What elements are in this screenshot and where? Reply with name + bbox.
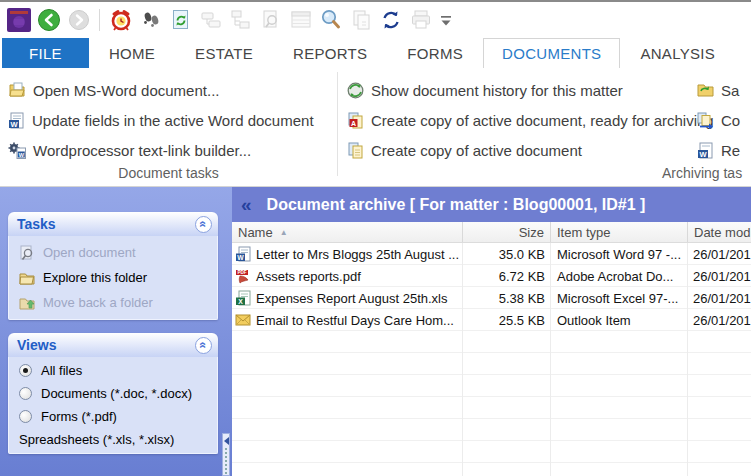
radio-selected-icon[interactable] bbox=[19, 364, 32, 377]
chevron-up-icon: « bbox=[198, 342, 210, 349]
table-row[interactable]: Email to Restful Days Care Hom... 25.5 K… bbox=[232, 309, 751, 331]
table-row[interactable]: X Expenses Report August 25th.xls 5.38 K… bbox=[232, 287, 751, 309]
column-label: Item type bbox=[557, 225, 610, 240]
radio-icon[interactable] bbox=[19, 410, 32, 423]
column-header-date-modified[interactable]: Date mod bbox=[688, 222, 751, 242]
tab-analysis[interactable]: ANALYSIS bbox=[620, 38, 735, 68]
back-button[interactable] bbox=[36, 7, 61, 33]
file-size: 5.38 KB bbox=[463, 291, 551, 306]
views-collapse-button[interactable]: « bbox=[195, 337, 212, 354]
alarm-clock-button[interactable] bbox=[108, 7, 133, 33]
tab-forms[interactable]: FORMS bbox=[387, 38, 483, 68]
view-option-all-files[interactable]: All files bbox=[9, 359, 217, 382]
search-button[interactable] bbox=[318, 7, 343, 33]
ribbon-group-separator bbox=[337, 72, 338, 176]
save-clipped-button[interactable]: Sa bbox=[697, 78, 739, 102]
document-preview-button bbox=[258, 7, 283, 33]
views-panel: Views « All files Documents (*.doc, *.do… bbox=[8, 333, 218, 454]
tasks-collapse-button[interactable]: « bbox=[195, 216, 212, 233]
tab-home[interactable]: HOME bbox=[89, 38, 175, 68]
refresh-document-button[interactable] bbox=[168, 7, 193, 33]
tab-reports[interactable]: REPORTS bbox=[273, 38, 387, 68]
ribbon-item-label: Re bbox=[721, 142, 740, 159]
ribbon-item-label: Create copy of active document bbox=[371, 142, 582, 159]
tab-help[interactable]: HELP bbox=[735, 38, 751, 68]
ribbon-item-label: Open MS-Word document... bbox=[33, 82, 219, 99]
back-chevron-icon[interactable]: « bbox=[241, 194, 252, 216]
sync-button[interactable] bbox=[378, 7, 403, 33]
task-open-document: Open document bbox=[9, 240, 217, 265]
word-document-icon: W bbox=[8, 112, 25, 129]
radio-icon[interactable] bbox=[19, 387, 32, 400]
sidebar: Tasks « Open document Explore this folde… bbox=[0, 187, 232, 476]
views-panel-title: Views bbox=[17, 337, 56, 353]
copy-clipped-button[interactable]: Co bbox=[697, 108, 740, 132]
footprints-button[interactable] bbox=[138, 7, 163, 33]
ribbon-item-label: Create copy of active document, ready fo… bbox=[371, 112, 714, 129]
view-option-spreadsheets[interactable]: Spreadsheets (*.xls, *.xlsx) bbox=[9, 428, 217, 451]
view-option-documents[interactable]: Documents (*.doc, *.docx) bbox=[9, 382, 217, 405]
column-header-size[interactable]: Size bbox=[463, 222, 551, 242]
flowchart-button bbox=[228, 7, 253, 33]
file-date: 26/01/201 bbox=[688, 247, 751, 262]
file-date: 26/01/201 bbox=[688, 269, 751, 284]
file-date: 26/01/201 bbox=[688, 313, 751, 328]
group-label-archiving-tasks: Archiving tas bbox=[662, 165, 742, 181]
table-row[interactable]: W Letter to Mrs Bloggs 25th August ... 3… bbox=[232, 243, 751, 265]
update-word-fields-button[interactable]: W Update fields in the active Word docum… bbox=[8, 108, 314, 132]
forward-button bbox=[66, 7, 91, 33]
ribbon-tab-bar: FILE HOME ESTATE REPORTS FORMS DOCUMENTS… bbox=[0, 38, 751, 68]
app-logo-icon bbox=[6, 7, 31, 33]
open-ms-word-document-button[interactable]: Open MS-Word document... bbox=[8, 78, 219, 102]
tasks-panel: Tasks « Open document Explore this folde… bbox=[8, 212, 218, 320]
column-label: Name bbox=[238, 225, 273, 240]
splitter-grip bbox=[225, 448, 227, 475]
ribbon-item-label: Sa bbox=[721, 82, 739, 99]
history-globe-icon bbox=[347, 82, 364, 99]
word-gear-icon: W bbox=[8, 142, 26, 159]
ribbon-documents-panel: Open MS-Word document... W Update fields… bbox=[0, 68, 751, 187]
create-copy-archive-button[interactable]: A Create copy of active document, ready … bbox=[347, 108, 714, 132]
create-copy-button[interactable]: Create copy of active document bbox=[347, 138, 582, 162]
task-explore-this-folder[interactable]: Explore this folder bbox=[9, 265, 217, 290]
ribbon-item-label: Show document history for this matter bbox=[371, 82, 623, 99]
table-grid-button bbox=[288, 7, 313, 33]
svg-text:W: W bbox=[237, 254, 244, 261]
file-name: Assets reports.pdf bbox=[256, 269, 361, 284]
wordprocessor-textlink-builder-button[interactable]: W Wordprocessor text-link builder... bbox=[8, 138, 251, 162]
column-header-name[interactable]: Name ▲ bbox=[232, 222, 463, 242]
file-list-body: W Letter to Mrs Bloggs 25th August ... 3… bbox=[232, 243, 751, 476]
folder-up-arrow-icon bbox=[19, 295, 35, 310]
tab-estate[interactable]: ESTATE bbox=[175, 38, 273, 68]
quick-access-toolbar bbox=[0, 0, 751, 38]
column-label: Size bbox=[519, 225, 544, 240]
tab-file[interactable]: FILE bbox=[2, 38, 89, 68]
tab-documents[interactable]: DOCUMENTS bbox=[483, 38, 620, 68]
view-option-label: All files bbox=[41, 363, 82, 378]
file-type: Microsoft Word 97 -... bbox=[551, 247, 688, 262]
svg-text:W: W bbox=[19, 151, 25, 157]
svg-text:X: X bbox=[238, 298, 243, 305]
file-list-header: Name ▲ Size Item type Date mod bbox=[232, 222, 751, 243]
tasks-panel-header: Tasks « bbox=[8, 212, 218, 236]
table-row[interactable]: PDF Assets reports.pdf 6.72 KB Adobe Acr… bbox=[232, 265, 751, 287]
folder-icon bbox=[19, 271, 35, 285]
file-size: 35.0 KB bbox=[463, 247, 551, 262]
document-magnifier-icon bbox=[19, 245, 35, 261]
qat-menu-button[interactable] bbox=[438, 7, 454, 33]
views-panel-header: Views « bbox=[8, 333, 218, 357]
show-document-history-button[interactable]: Show document history for this matter bbox=[347, 78, 623, 102]
reopen-word-clipped-button[interactable]: W Re bbox=[697, 138, 740, 162]
svg-text:PDF: PDF bbox=[237, 270, 246, 275]
view-option-label: Spreadsheets (*.xls, *.xlsx) bbox=[19, 432, 174, 447]
view-option-label: Forms (*.pdf) bbox=[41, 409, 117, 424]
view-option-forms[interactable]: Forms (*.pdf) bbox=[9, 405, 217, 428]
save-folder-icon bbox=[697, 82, 714, 98]
view-option-label: Documents (*.doc, *.docx) bbox=[41, 386, 192, 401]
column-label: Date mod bbox=[694, 225, 750, 240]
svg-text:W: W bbox=[699, 149, 707, 158]
ribbon-item-label: Wordprocessor text-link builder... bbox=[33, 142, 251, 159]
column-header-item-type[interactable]: Item type bbox=[551, 222, 688, 242]
sidebar-splitter[interactable] bbox=[222, 433, 230, 476]
archive-title: Document archive [ For matter : Blog0000… bbox=[267, 196, 646, 214]
